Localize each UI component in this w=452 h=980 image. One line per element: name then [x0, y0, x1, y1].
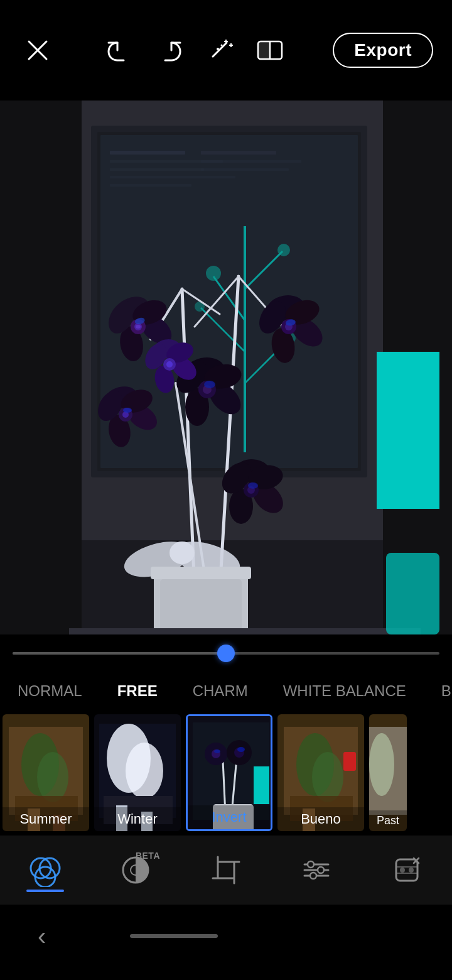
- svg-point-142: [369, 733, 394, 796]
- filter-bueno[interactable]: Bueno: [277, 714, 364, 831]
- svg-point-75: [204, 381, 215, 388]
- photo-canvas: [0, 101, 452, 666]
- tab-normal[interactable]: NORMAL: [0, 672, 100, 710]
- svg-rect-23: [110, 184, 191, 187]
- tab-charm[interactable]: CHARM: [175, 672, 266, 710]
- svg-point-93: [170, 542, 195, 564]
- crop-icon: [209, 853, 243, 887]
- winter-label: Winter: [94, 807, 181, 831]
- svg-point-162: [400, 868, 405, 873]
- svg-point-163: [409, 868, 414, 873]
- magic-wand-button[interactable]: [201, 31, 239, 69]
- heal-icon: [390, 853, 424, 887]
- svg-point-7: [217, 48, 219, 50]
- svg-rect-96: [160, 579, 242, 636]
- svg-point-158: [310, 873, 316, 879]
- svg-rect-13: [0, 101, 82, 666]
- svg-point-32: [206, 266, 221, 281]
- svg-line-2: [213, 43, 227, 57]
- compare-button[interactable]: [251, 31, 289, 69]
- svg-rect-26: [201, 168, 289, 171]
- photo-svg: [0, 101, 452, 666]
- adjust-icon-svg: [299, 853, 333, 887]
- svg-rect-11: [258, 41, 270, 59]
- svg-rect-148: [218, 862, 234, 878]
- svg-point-82: [166, 361, 173, 368]
- svg-rect-139: [343, 752, 356, 771]
- nav-bar: ‹: [0, 911, 452, 961]
- color-icon-svg: [28, 853, 62, 887]
- svg-rect-19: [110, 151, 185, 155]
- svg-point-136: [312, 752, 343, 802]
- svg-point-67: [123, 408, 132, 413]
- pastel-label: Past: [369, 810, 407, 831]
- home-indicator[interactable]: [130, 934, 218, 938]
- top-toolbar: Export: [0, 0, 452, 101]
- adjust-tool[interactable]: [299, 853, 333, 887]
- export-button[interactable]: Export: [333, 33, 433, 68]
- toolbar-actions: [100, 31, 289, 69]
- active-indicator: [26, 890, 64, 892]
- beta-badge: BETA: [136, 851, 160, 861]
- color-icon: [28, 853, 62, 887]
- close-button[interactable]: [19, 31, 56, 69]
- filter-summer[interactable]: Summer: [3, 714, 89, 831]
- svg-point-110: [37, 752, 68, 802]
- svg-rect-105: [377, 352, 439, 509]
- svg-rect-21: [110, 168, 204, 171]
- svg-point-8: [221, 45, 223, 46]
- svg-point-90: [248, 482, 258, 489]
- svg-rect-106: [386, 553, 439, 634]
- svg-point-157: [318, 867, 324, 873]
- color-tool[interactable]: [28, 853, 62, 887]
- back-button[interactable]: ‹: [38, 922, 46, 950]
- redo-button[interactable]: [151, 31, 188, 69]
- svg-rect-95: [151, 567, 251, 579]
- photo-background: [0, 101, 452, 666]
- bueno-label: Bueno: [277, 807, 364, 831]
- svg-point-117: [126, 743, 163, 799]
- filter-invert[interactable]: Invert: [186, 714, 272, 831]
- heal-tool[interactable]: [390, 853, 424, 887]
- svg-rect-132: [254, 766, 269, 804]
- svg-point-156: [308, 861, 314, 868]
- ai-tool[interactable]: BETA: [119, 853, 153, 887]
- bottom-toolbar: BETA: [0, 836, 452, 905]
- svg-point-50: [136, 325, 141, 329]
- svg-point-130: [237, 747, 245, 752]
- slider-fill: [13, 652, 226, 655]
- ai-icon: BETA: [119, 853, 153, 887]
- adjust-icon: [299, 853, 333, 887]
- summer-label: Summer: [3, 807, 89, 831]
- svg-rect-22: [110, 176, 235, 178]
- filter-thumbnails: Summer Winter: [0, 710, 452, 836]
- invert-label: Invert: [188, 805, 271, 829]
- svg-point-127: [214, 749, 220, 753]
- tab-free[interactable]: FREE: [100, 672, 175, 710]
- tab-bl[interactable]: BL: [424, 672, 452, 710]
- filter-winter[interactable]: Winter: [94, 714, 181, 831]
- crop-tool[interactable]: [209, 853, 243, 887]
- comparison-slider[interactable]: [0, 634, 452, 672]
- filter-pastel[interactable]: Past: [369, 714, 407, 831]
- slider-thumb[interactable]: [217, 645, 235, 662]
- tab-white-balance[interactable]: WHITE BALANCE: [266, 672, 424, 710]
- filter-tab-bar: NORMAL FREE CHARM WHITE BALANCE BL: [0, 672, 452, 710]
- svg-rect-25: [201, 160, 301, 163]
- slider-track: [13, 652, 439, 655]
- svg-point-33: [277, 244, 290, 256]
- heal-icon-svg: [390, 853, 424, 887]
- crop-icon-svg: [209, 853, 243, 887]
- svg-rect-24: [201, 151, 276, 155]
- undo-button[interactable]: [100, 31, 138, 69]
